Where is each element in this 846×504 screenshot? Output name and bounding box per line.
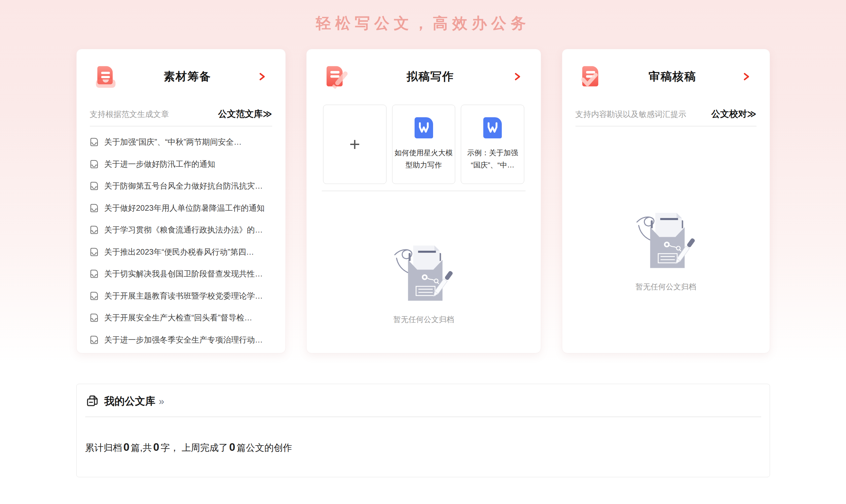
list-item-label: 关于加强“国庆”、“中秋”两节期间安全… [104,137,242,147]
list-item[interactable]: 关于学习贯彻《粮食流通行政执法办法》的… [89,219,273,241]
draft-card-chevron-right-icon[interactable] [512,72,522,82]
archive-document-icon [89,291,99,301]
draft-card-header: 拟稿写作 [307,49,541,90]
draft-card-divider [322,191,526,191]
library-stats: 累计归档0篇,共0字， 上周完成了0篇公文的创作 [85,441,770,454]
list-item[interactable]: 关于进一步做好防汛工作的通知 [89,153,273,175]
list-item-label: 关于开展安全生产大检查“回头看”督导检… [104,312,252,323]
draft-card-title: 拟稿写作 [348,69,512,84]
stats-text: 篇公文的创作 [236,443,292,453]
material-preparation-card: 素材筹备 支持根据范文生成文章 公文范文库≫ 关于加强“国庆”、“中秋”两节期间… [76,49,286,354]
list-item[interactable]: 关于切实解决我县创国卫阶段督查发现共性… [89,263,273,285]
list-item-label: 关于进一步做好防汛工作的通知 [104,159,215,169]
my-document-library-panel: 我的公文库 » 累计归档0篇,共0字， 上周完成了0篇公文的创作 [76,384,770,477]
library-more-chevrons[interactable]: » [159,396,164,407]
proofread-link[interactable]: 公文校对≫ [711,108,756,120]
list-item[interactable]: 关于进一步加强冬季安全生产专项治理行动… [89,329,273,351]
list-item[interactable]: 关于开展主题教育读书班暨学校党委理论学… [89,285,273,307]
blue-word-document-icon [483,117,502,139]
list-item[interactable]: 关于加强“国庆”、“中秋”两节期间安全… [89,131,273,153]
main-content: 素材筹备 支持根据范文生成文章 公文范文库≫ 关于加强“国庆”、“中秋”两节期间… [76,49,770,477]
template-card-label: 示例：关于加强“国庆”、“中… [461,147,524,171]
review-card-title: 审稿核稿 [604,69,741,84]
document-in-tray-icon [93,64,118,89]
archive-document-icon [89,203,99,213]
empty-folder-illustration [391,237,457,306]
stats-weekly-count: 0 [229,441,235,453]
review-proof-card: 审稿核稿 支持内容勘误以及敏感词汇提示 公文校对≫ 暂无任何公文归档 [562,49,770,354]
review-card-divider [575,126,756,126]
review-card-chevron-right-icon[interactable] [741,72,751,82]
stats-text: 篇,共 [131,443,152,453]
review-card-subrow: 支持内容勘误以及敏感词汇提示 公文校对≫ [575,108,756,120]
material-card-subtitle: 支持根据范文生成文章 [90,109,169,120]
material-card-header: 素材筹备 [77,49,285,90]
archive-document-icon [89,225,99,235]
template-card-label: 如何使用星火大模型助力写作 [393,147,455,171]
archive-document-icon [89,137,99,147]
empty-state-text: 暂无任何公文归档 [635,282,696,292]
template-row: + 如何使用星火大模型助力写作 示例：关于加强“国庆”、“中… [323,105,524,184]
archive-document-icon [89,247,99,257]
archive-document-icon [89,335,99,345]
list-item[interactable]: 关于推出2023年“便民办税春风行动”第四… [89,241,273,263]
stats-archived-count: 0 [124,441,129,453]
list-item-label: 关于切实解决我县创国卫阶段督查发现共性… [104,269,263,279]
material-card-divider [90,126,272,126]
library-divider [85,416,761,417]
plus-icon: + [349,135,360,154]
library-title: 我的公文库 [104,394,156,408]
new-document-button[interactable]: + [323,105,386,184]
library-header[interactable]: 我的公文库 » [77,384,770,409]
review-card-header: 审稿核稿 [562,49,770,90]
document-with-pen-icon [323,64,348,89]
archive-document-icon [89,159,99,169]
archive-document-icon [89,313,99,323]
template-card-example[interactable]: 示例：关于加强“国庆”、“中… [461,105,524,184]
list-item[interactable]: 关于做好2023年用人单位防暑降温工作的通知 [89,197,273,219]
list-item-label: 关于防御第五号台风全力做好抗台防汛抗灾… [104,181,263,191]
sample-document-list: 关于加强“国庆”、“中秋”两节期间安全… 关于进一步做好防汛工作的通知 关于防御… [89,131,273,351]
page-slogan: 轻松写公文，高效办公务 [0,0,846,34]
list-item-label: 关于推出2023年“便民办税春风行动”第四… [104,247,254,257]
document-with-check-icon [579,64,604,89]
empty-state-text: 暂无任何公文归档 [393,314,454,325]
draft-writing-card: 拟稿写作 + 如何使用星火大模型助力写作 示例：关于加强“国庆”、“中… [306,49,541,354]
list-item[interactable]: 关于开展安全生产大检查“回头看”督导检… [89,307,273,329]
list-item-label: 关于做好2023年用人单位防暑降温工作的通知 [104,203,265,213]
archive-document-icon [89,269,99,279]
material-card-title: 素材筹备 [118,69,257,84]
feature-cards-row: 素材筹备 支持根据范文生成文章 公文范文库≫ 关于加强“国庆”、“中秋”两节期间… [76,49,770,354]
material-card-subrow: 支持根据范文生成文章 公文范文库≫ [90,108,272,120]
document-library-icon [85,394,100,409]
stats-text: 字， 上周完成了 [161,443,228,453]
material-card-chevron-right-icon[interactable] [257,72,267,82]
list-item-label: 关于开展主题教育读书班暨学校党委理论学… [104,291,263,301]
stats-text: 累计归档 [85,443,122,453]
list-item-label: 关于学习贯彻《粮食流通行政执法办法》的… [104,224,263,235]
blue-word-document-icon [414,117,433,139]
draft-empty-state: 暂无任何公文归档 [307,237,541,325]
template-library-link[interactable]: 公文范文库≫ [218,108,272,120]
list-item-label: 关于进一步加强冬季安全生产专项治理行动… [104,335,263,345]
review-empty-state: 暂无任何公文归档 [562,205,770,292]
template-card-help[interactable]: 如何使用星火大模型助力写作 [392,105,455,184]
review-card-subtitle: 支持内容勘误以及敏感词汇提示 [575,109,686,120]
stats-word-count: 0 [153,441,159,453]
archive-document-icon [89,181,99,191]
list-item[interactable]: 关于防御第五号台风全力做好抗台防汛抗灾… [89,175,273,197]
empty-folder-illustration [633,205,699,274]
